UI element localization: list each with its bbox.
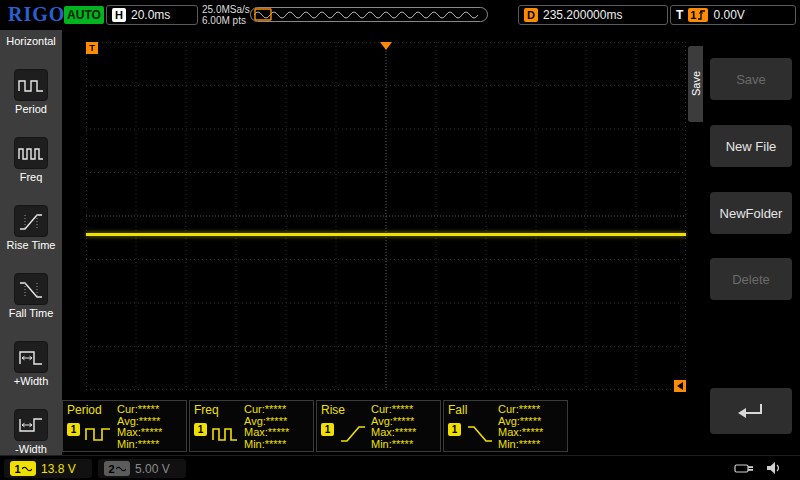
channel-2-scale: 5.00 V	[135, 462, 170, 476]
trigger-label: T	[676, 8, 683, 22]
stat-cur: Cur:*****	[244, 404, 289, 416]
sidebar-item-label: Fall Time	[9, 308, 54, 319]
sidebar-item-rise-time[interactable]: Rise Time	[7, 205, 56, 251]
channel-wave-icon	[22, 465, 32, 473]
rise-waveform-icon	[338, 421, 368, 445]
delay-offset-group: D 235.200000ms	[518, 5, 668, 25]
measurement-stats: Cur:***** Avg:***** Max:***** Min:*****	[371, 404, 416, 450]
rise-time-icon	[14, 205, 48, 237]
stat-min: Min:*****	[117, 439, 162, 451]
trigger-position-marker[interactable]	[380, 42, 392, 50]
channel-badge: 1	[67, 423, 80, 436]
channel-1-badge: 1	[10, 461, 36, 476]
stat-min: Min:*****	[498, 439, 543, 451]
period-waveform-icon	[84, 421, 114, 445]
memory-depth: 6.00M pts	[202, 15, 250, 26]
channel-1-scale: 13.8 V	[41, 462, 76, 476]
measurement-name: Rise	[321, 403, 345, 417]
horizontal-label: H	[112, 8, 126, 22]
waveform-display: T	[86, 42, 686, 390]
memory-wave-icon	[250, 7, 488, 22]
measurement-readouts: Period 1 Cur:***** Avg:***** Max:***** M…	[62, 400, 685, 453]
run-status-badge: AUTO	[64, 6, 104, 24]
channel-wave-icon	[116, 465, 126, 473]
measurement-panel-fall: Fall 1 Cur:***** Avg:***** Max:***** Min…	[443, 400, 568, 452]
trigger-time-marker-label: T	[89, 43, 95, 53]
sidebar-item-label: Period	[15, 104, 47, 115]
back-button[interactable]	[710, 388, 792, 434]
sample-rate: 25.0MSa/s	[202, 4, 250, 15]
measurement-stats: Cur:***** Avg:***** Max:***** Min:*****	[117, 404, 162, 450]
channel-2-number: 2	[108, 463, 114, 475]
sidebar-item-plus-width[interactable]: +Width	[14, 341, 49, 387]
sidebar-item-label: Freq	[20, 172, 43, 183]
ch1-trace	[86, 233, 686, 236]
trigger-status-group: T 1 0.00V	[670, 5, 796, 25]
measurement-name: Freq	[194, 403, 219, 417]
timebase-value: 20.0ms	[131, 8, 170, 22]
trigger-level-value: 0.00V	[713, 8, 744, 22]
save-button[interactable]: Save	[710, 58, 792, 100]
trigger-source-channel: 1	[690, 9, 696, 21]
softkey-menu: Save Save New File NewFolder Delete	[688, 30, 800, 455]
period-icon	[14, 69, 48, 101]
trigger-source-badge: 1	[688, 8, 708, 22]
graticule-grid	[86, 42, 686, 390]
status-icons	[734, 461, 782, 475]
channel-badge: 1	[194, 423, 207, 436]
return-arrow-icon	[734, 398, 768, 424]
minus-width-icon	[14, 409, 48, 441]
measurement-panel-period: Period 1 Cur:***** Avg:***** Max:***** M…	[62, 400, 187, 452]
sidebar-item-label: +Width	[14, 376, 49, 387]
plus-width-icon	[14, 341, 48, 373]
stat-cur: Cur:*****	[371, 404, 416, 416]
delay-sweep-marker	[674, 380, 686, 392]
sidebar-item-minus-width[interactable]: -Width	[14, 409, 48, 455]
freq-waveform-icon	[211, 421, 241, 445]
usb-icon	[734, 461, 756, 475]
measurement-stats: Cur:***** Avg:***** Max:***** Min:*****	[498, 404, 543, 450]
stat-max: Max:*****	[244, 427, 289, 439]
new-folder-button[interactable]: NewFolder	[710, 192, 792, 234]
stat-min: Min:*****	[371, 439, 416, 451]
new-file-button[interactable]: New File	[710, 125, 792, 167]
fall-time-icon	[14, 273, 48, 305]
acquisition-info: 25.0MSa/s 6.00M pts	[202, 4, 250, 26]
measurement-stats: Cur:***** Avg:***** Max:***** Min:*****	[244, 404, 289, 450]
delay-label: D	[524, 8, 538, 22]
sidebar-item-period[interactable]: Period	[14, 69, 48, 115]
status-bar: 1 13.8 V 2 5.00 V	[0, 455, 800, 480]
measurement-panel-freq: Freq 1 Cur:***** Avg:***** Max:***** Min…	[189, 400, 314, 452]
channel-badge: 1	[448, 423, 461, 436]
stat-max: Max:*****	[498, 427, 543, 439]
measurement-panel-rise: Rise 1 Cur:***** Avg:***** Max:***** Min…	[316, 400, 441, 452]
trigger-time-marker: T	[86, 42, 98, 54]
memory-waveform-bar	[250, 7, 488, 22]
delay-value: 235.200000ms	[543, 8, 622, 22]
measurement-name: Fall	[448, 403, 467, 417]
rising-edge-icon	[697, 10, 706, 20]
fall-waveform-icon	[465, 421, 495, 445]
stat-max: Max:*****	[117, 427, 162, 439]
channel-1-indicator[interactable]: 1 13.8 V	[4, 459, 92, 478]
speaker-icon	[766, 461, 782, 475]
top-bar: RIGOL AUTO H 20.0ms 25.0MSa/s 6.00M pts …	[0, 0, 800, 30]
menu-tab-label: Save	[690, 71, 702, 96]
channel-2-indicator[interactable]: 2 5.00 V	[98, 459, 186, 478]
stat-min: Min:*****	[244, 439, 289, 451]
stat-cur: Cur:*****	[498, 404, 543, 416]
stat-cur: Cur:*****	[117, 404, 162, 416]
measure-sidebar: Horizontal Period Freq Rise Time	[0, 30, 62, 455]
oscilloscope-screen: RIGOL AUTO H 20.0ms 25.0MSa/s 6.00M pts …	[0, 0, 800, 480]
sidebar-item-fall-time[interactable]: Fall Time	[9, 273, 54, 319]
channel-badge: 1	[321, 423, 334, 436]
delete-button[interactable]: Delete	[710, 258, 792, 300]
sidebar-item-freq[interactable]: Freq	[14, 137, 48, 183]
sidebar-item-label: Rise Time	[7, 240, 56, 251]
measurement-name: Period	[67, 403, 102, 417]
sidebar-title: Horizontal	[6, 30, 56, 47]
channel-2-badge: 2	[104, 461, 130, 476]
sidebar-item-label: -Width	[15, 444, 47, 455]
channel-1-number: 1	[14, 463, 20, 475]
freq-icon	[14, 137, 48, 169]
